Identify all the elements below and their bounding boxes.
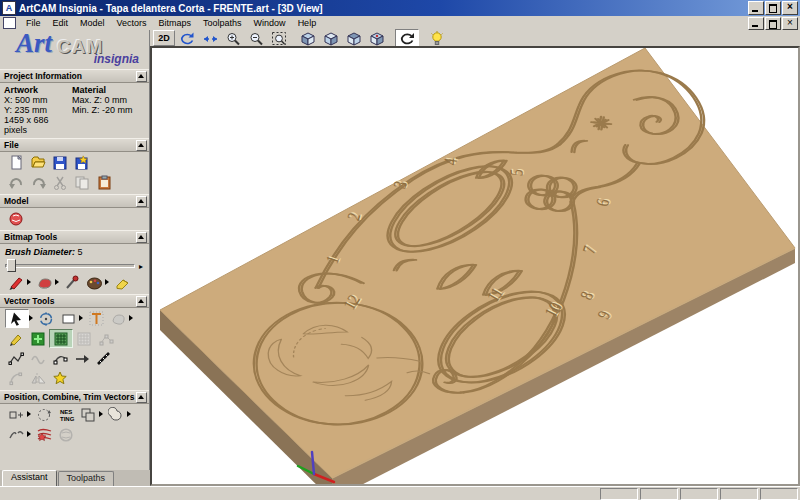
menu-bitmaps[interactable]: Bitmaps (153, 17, 198, 29)
model-lighting-icon[interactable] (5, 210, 27, 227)
save-file-icon[interactable] (49, 154, 71, 171)
zoom-out-icon[interactable] (245, 30, 267, 47)
minimize-button[interactable] (748, 1, 764, 15)
iso-view-2-icon[interactable] (320, 30, 342, 47)
child-close-button[interactable]: × (782, 17, 798, 30)
app-icon: A (2, 1, 16, 15)
document-icon[interactable] (3, 17, 16, 29)
section-project-information: Project Information (0, 69, 149, 83)
flyout-arrow-icon[interactable] (127, 409, 133, 419)
child-minimize-button[interactable] (748, 17, 764, 30)
view-toolbar: 2D (150, 30, 800, 46)
open-file-icon[interactable] (27, 154, 49, 171)
weld-vectors-icon[interactable] (105, 406, 127, 423)
group-vectors-icon[interactable] (77, 406, 99, 423)
fit-curve-icon (27, 350, 49, 367)
nesting-icon[interactable]: NESTING (55, 406, 77, 423)
flyout-arrow-icon[interactable] (129, 313, 135, 323)
undo-icon[interactable] (5, 174, 27, 191)
3d-view[interactable]: 112233445566778899101011111212 (150, 46, 800, 486)
window-title: ArtCAM Insignia - Tapa delantera Corta -… (19, 3, 323, 14)
assistant-panel: Art CAM insignia Project Information Art… (0, 30, 150, 486)
slider-track[interactable] (5, 264, 135, 268)
collapse-button[interactable] (136, 232, 147, 243)
artwork-x: X: 500 mm (4, 95, 72, 105)
child-restore-button[interactable] (765, 17, 781, 30)
offset-tool-icon[interactable] (5, 406, 27, 423)
status-cell (640, 488, 678, 500)
join-vectors-icon[interactable] (71, 350, 93, 367)
rotate-copy-icon[interactable] (33, 406, 55, 423)
menu-model[interactable]: Model (74, 17, 111, 29)
svg-text:TING: TING (60, 416, 75, 422)
toggle-light-icon[interactable] (426, 30, 448, 47)
status-bar (0, 486, 800, 500)
logo-art: Art (16, 28, 52, 59)
collapse-button[interactable] (136, 296, 147, 307)
menu-toolpaths[interactable]: Toolpaths (197, 17, 248, 29)
paste-icon[interactable] (93, 174, 115, 191)
svg-text:NES: NES (60, 409, 72, 415)
redo-icon[interactable] (27, 174, 49, 191)
shape-editor-icon (107, 310, 129, 327)
tab-assistant[interactable]: Assistant (2, 470, 57, 486)
section-model: Model (0, 194, 149, 208)
collapse-button[interactable] (136, 140, 147, 151)
material-min-z: Min. Z: -20 mm (72, 105, 133, 115)
2d-view-button[interactable]: 2D (153, 30, 175, 46)
slider-handle[interactable] (7, 259, 16, 272)
flood-fill-icon[interactable] (33, 274, 55, 291)
material-max-z: Max. Z: 0 mm (72, 95, 133, 105)
fluting-icon[interactable] (33, 426, 55, 443)
rectangle-tool-icon[interactable] (57, 310, 79, 327)
status-cell (760, 488, 798, 500)
artwork-y: Y: 235 mm (4, 105, 72, 115)
collapse-button[interactable] (136, 71, 147, 82)
transform-vectors-icon[interactable] (35, 310, 57, 327)
rotate-mode-icon[interactable] (395, 29, 419, 48)
slider-step-button[interactable]: ▸ (139, 262, 143, 271)
collapse-button[interactable] (136, 392, 147, 403)
menu-vectors[interactable]: Vectors (111, 17, 153, 29)
bitmap-to-vector-icon[interactable] (27, 330, 49, 347)
menu-window[interactable]: Window (248, 17, 292, 29)
raster-vector-icon (73, 330, 95, 347)
restore-button[interactable] (765, 1, 781, 15)
window-controls: × (748, 1, 800, 15)
paint-brush-icon[interactable] (5, 274, 27, 291)
rotate-view-icon[interactable] (176, 30, 198, 47)
pan-view-icon[interactable] (199, 30, 221, 47)
brush-diameter-slider[interactable]: ▸ (5, 259, 143, 271)
zoom-fit-icon[interactable] (268, 30, 290, 47)
section-position-combine-trim: Position, Combine, Trim Vectors (0, 390, 149, 404)
tab-toolpaths[interactable]: Toolpaths (58, 471, 115, 486)
arc-tool-icon (5, 370, 27, 387)
save-model-icon[interactable] (71, 154, 93, 171)
close-button[interactable]: × (782, 1, 798, 15)
clock-numeral-6: 66 (592, 198, 614, 207)
star-tool-icon[interactable] (49, 370, 71, 387)
zoom-in-icon[interactable] (222, 30, 244, 47)
menu-help[interactable]: Help (292, 17, 323, 29)
edit-nodes-icon[interactable] (49, 350, 71, 367)
section-file: File (0, 138, 149, 152)
trim-vectors-icon[interactable] (5, 426, 27, 443)
new-file-icon[interactable] (5, 154, 27, 171)
clock-numeral-4: 44 (441, 157, 462, 165)
iso-view-1-icon[interactable] (297, 30, 319, 47)
iso-view-4-icon[interactable] (366, 30, 388, 47)
text-tool-icon[interactable] (85, 310, 107, 327)
status-cell (720, 488, 758, 500)
measure-tool-icon[interactable] (93, 350, 115, 367)
select-vectors-icon[interactable] (5, 309, 29, 328)
collapse-button[interactable] (136, 196, 147, 207)
mirror-tool-icon (27, 370, 49, 387)
palette-icon[interactable] (83, 274, 105, 291)
iso-view-3-icon[interactable] (343, 30, 365, 47)
eraser-icon[interactable] (111, 274, 133, 291)
vector-to-bitmap-icon[interactable] (49, 329, 73, 348)
polyline-tool-icon[interactable] (5, 350, 27, 367)
artcam-logo: Art CAM insignia (0, 30, 149, 67)
spline-tool-icon[interactable] (5, 330, 27, 347)
colour-picker-icon[interactable] (61, 274, 83, 291)
